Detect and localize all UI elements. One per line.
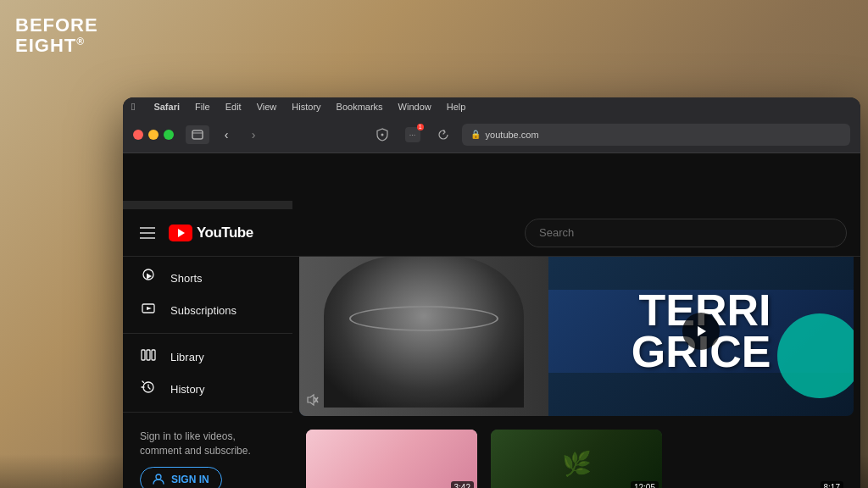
menu-window[interactable]: Window [398,102,431,112]
svg-marker-16 [698,326,706,336]
sidebar-divider-2 [123,412,292,413]
featured-title-area: TERRI GRICE [548,290,854,374]
svg-marker-9 [147,307,152,310]
menu-file[interactable]: File [195,102,210,112]
svg-point-2 [381,133,383,136]
signin-btn-label: SIGN IN [171,474,209,485]
extensions-button[interactable]: ··· 1 [401,125,425,144]
thumbnail-3: 8:17 [676,430,847,488]
logo-line1: BEFORE [15,15,98,36]
sidebar-item-library[interactable]: Library [123,341,292,373]
maximize-button[interactable] [164,130,174,140]
before-eight-logo: BEFORE EIGHT® [15,15,98,56]
featured-thumbnail: TERRI GRICE [299,247,854,416]
svg-point-13 [156,474,161,480]
glasses [349,306,499,331]
shorts-icon [140,269,157,287]
youtube-sidebar: ⌂ Home Explore [123,153,292,488]
subscriptions-icon [140,301,157,319]
address-bar[interactable]: 🔒 youtube.com [462,124,850,146]
menu-bookmarks[interactable]: Bookmarks [337,102,383,112]
traffic-lights [133,130,174,140]
search-bar[interactable]: Search [525,219,847,247]
menu-view[interactable]: View [257,102,277,112]
logo-line2: EIGHT® [15,36,98,56]
apple-menu[interactable]:  [131,101,135,113]
search-placeholder: Search [539,226,574,239]
mute-icon [306,393,320,409]
forward-button[interactable]: › [243,125,264,145]
back-button[interactable]: ‹ [216,125,236,145]
sidebar-library-label: Library [170,351,204,363]
hamburger-menu-button[interactable] [136,224,159,242]
hamburger-line [140,227,155,229]
person-face [324,255,523,408]
youtube-main-content: All Live Gaming Laughter Comedy Eating [292,153,860,488]
sidebar-divider [123,333,292,334]
svg-rect-0 [192,130,203,139]
menu-safari[interactable]: Safari [153,102,180,112]
thumbnail-1: 3:42 [306,430,477,488]
library-icon [140,347,157,366]
youtube-logo-icon [169,225,192,241]
menu-help[interactable]: Help [447,102,466,112]
tab-switcher-button[interactable] [186,125,209,144]
signin-prompt-text: Sign in to like videos, comment and subs… [140,430,275,458]
browser-content: YouTube Search ⌂ Home Explore [123,153,860,488]
shield-icon[interactable] [370,125,394,144]
svg-rect-12 [152,350,155,360]
sign-in-button[interactable]: SIGN IN [140,467,222,488]
menu-history[interactable]: History [292,102,320,112]
video-card-1[interactable]: 3:42 [299,423,484,488]
video-card-2[interactable]: 🌿 12:05 [484,423,669,488]
featured-person-area [299,247,548,416]
sidebar-signin-section: Sign in to like videos, comment and subs… [123,419,292,488]
menu-edit[interactable]: Edit [225,102,242,112]
hamburger-line [140,237,155,239]
close-button[interactable] [133,130,143,140]
sidebar-shorts-label: Shorts [170,272,203,285]
person-icon [153,473,164,487]
sidebar-item-subscriptions[interactable]: Subscriptions [123,294,292,326]
svg-rect-11 [147,350,150,360]
svg-rect-10 [142,350,145,360]
video-grid: 3:42 🌿 12:05 8:17 [292,423,860,488]
youtube-header: YouTube Search [123,209,860,257]
youtube-logo[interactable]: YouTube [169,225,253,241]
registered-mark: ® [76,36,85,47]
svg-point-3 [439,130,448,139]
browser-chrome: ‹ › ··· 1 🔒 youtube.com [123,116,860,153]
decorative-circle [777,313,854,398]
hamburger-line [140,232,155,234]
youtube-logo-text: YouTube [197,225,253,241]
sidebar-item-history[interactable]: History [123,373,292,405]
sidebar-subscriptions-label: Subscriptions [170,304,236,317]
svg-marker-4 [178,229,185,237]
url-text: youtube.com [486,130,539,140]
sidebar-history-label: History [170,383,204,396]
minimize-button[interactable] [148,130,159,140]
sidebar-item-shorts[interactable]: Shorts [123,262,292,294]
history-icon [140,380,157,398]
lock-icon: 🔒 [470,130,481,139]
play-button[interactable] [682,313,720,350]
mac-window:  Safari File Edit View History Bookmark… [123,97,860,488]
video-card-3[interactable]: 8:17 [669,423,854,488]
thumbnail-2: 🌿 12:05 [491,430,662,488]
menu-bar:  Safari File Edit View History Bookmark… [123,97,860,116]
featured-video-card[interactable]: TERRI GRICE [292,247,860,423]
reload-button[interactable] [431,125,455,144]
